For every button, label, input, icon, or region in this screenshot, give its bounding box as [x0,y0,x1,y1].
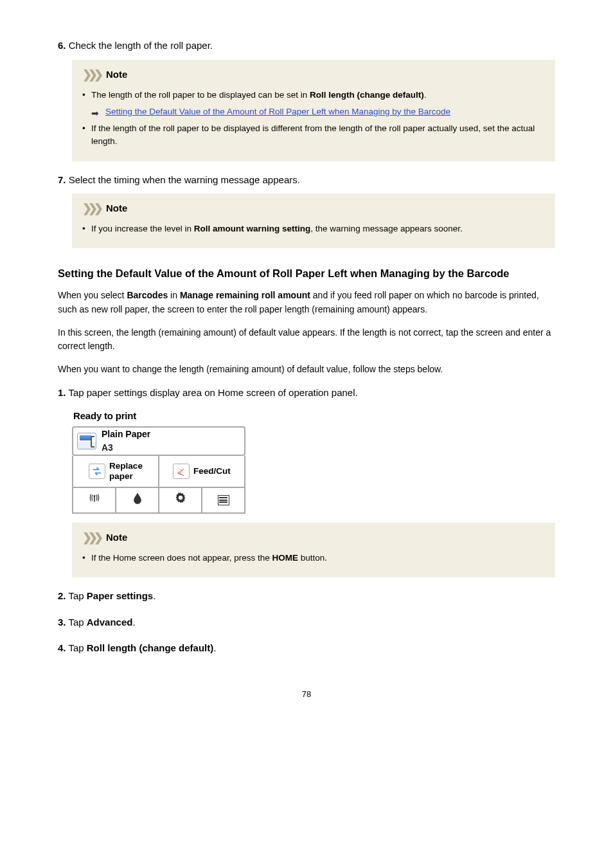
note-text-fragment: If the Home screen does not appear, pres… [91,553,272,563]
text-fragment: Tap [68,617,86,628]
step-6-text: Check the length of the roll paper. [69,40,213,51]
svg-point-0 [178,472,180,474]
replace-icon [89,464,105,479]
text-fragment: . [213,642,216,653]
note-bold-fragment: Roll length (change default) [310,90,424,100]
replace-label: Replacepaper [109,461,143,481]
barcode-default-link[interactable]: Setting the Default Value of the Amount … [105,107,450,116]
text-fragment: Tap [68,590,86,601]
substep-1-text: Tap paper settings display area on Home … [68,387,357,398]
ink-drop-icon [131,491,144,509]
substep-1-number: 1. [58,387,66,398]
substep-4-number: 4. [58,642,66,653]
note-text-fragment: . [424,90,427,100]
substep-1: 1. Tap paper settings display area on Ho… [58,386,555,577]
step-7-head: 7. Select the timing when the warning me… [58,173,555,188]
step-7-text: Select the timing when the warning messa… [69,174,300,185]
replace-paper-button[interactable]: Replacepaper [72,456,158,488]
paragraph-1: When you select Barcodes in Manage remai… [58,289,555,316]
page-number: 78 [58,688,555,701]
ink-button[interactable] [116,488,159,514]
text-fragment: Tap [68,642,86,653]
feed-cut-icon [173,464,190,479]
step-7-note-item-1: If you increase the level in Roll amount… [82,222,545,235]
bold-fragment: Manage remaining roll amount [180,290,310,300]
wifi-button[interactable] [72,488,116,514]
arrow-right-icon: ➡ [91,107,99,120]
note-chevron-icon: ❯❯❯ [82,200,100,217]
note-text-fragment: button. [298,553,327,563]
text-fragment: . [153,590,155,601]
substep-3-number: 3. [58,617,66,628]
paper-size: A3 [102,441,150,455]
substep-2-head: 2. Tap Paper settings. [58,589,555,604]
text-fragment: in [168,290,180,300]
operation-panel-screenshot: Ready to print Plain Paper A3 Replacepap… [72,406,245,514]
step-6-head: 6. Check the length of the roll paper. [58,39,555,53]
paper-info: Plain Paper A3 [102,428,150,455]
step-7-number: 7. [58,174,66,185]
note-text-fragment: The length of the roll paper to be displ… [91,90,310,100]
bold-fragment: Advanced [87,617,133,628]
note-title: ❯❯❯ Note [82,200,545,217]
step-6-number: 6. [58,40,66,51]
text-fragment: . [132,617,135,628]
substep-1-note: ❯❯❯ Note If the Home screen does not app… [72,523,555,577]
section-heading: Setting the Default Value of the Amount … [58,266,555,281]
paper-settings-area[interactable]: Plain Paper A3 [72,426,245,456]
jobs-button[interactable] [202,488,245,514]
substep-4-head: 4. Tap Roll length (change default). [58,641,555,656]
wifi-icon [88,491,101,509]
step-6-sublink-item: ➡ Setting the Default Value of the Amoun… [91,105,545,118]
note-bold-fragment: HOME [272,553,298,563]
feed-cut-button[interactable]: Feed/Cut [158,456,245,488]
substep-1-head: 1. Tap paper settings display area on Ho… [58,386,555,401]
step-6-note-item-1: The length of the roll paper to be displ… [82,89,545,119]
feed-cut-label: Feed/Cut [193,466,231,476]
substep-2-number: 2. [58,590,66,601]
note-text-fragment: If you increase the level in [91,224,194,233]
note-title: ❯❯❯ Note [82,529,545,547]
gear-icon [174,491,187,509]
substep-3: 3. Tap Advanced. [58,615,555,630]
substep-3-head: 3. Tap Advanced. [58,615,555,630]
paragraph-3: When you want to change the length (rema… [58,363,555,377]
bold-fragment: Barcodes [127,290,168,300]
substep-1-note-item: If the Home screen does not appear, pres… [82,552,545,565]
list-icon [218,495,229,505]
substep-4: 4. Tap Roll length (change default). [58,641,555,656]
paper-type: Plain Paper [102,428,150,441]
svg-point-2 [179,496,182,499]
note-label: Note [106,68,127,82]
roll-paper-icon [77,433,96,449]
note-chevron-icon: ❯❯❯ [82,66,100,84]
settings-button[interactable] [159,488,202,514]
step-6-note-item-2: If the length of the roll paper to be di… [82,122,545,149]
step-7: 7. Select the timing when the warning me… [58,173,555,249]
step-6: 6. Check the length of the roll paper. ❯… [58,39,555,161]
note-title: ❯❯❯ Note [82,66,545,84]
note-label: Note [106,201,127,216]
paragraph-2: In this screen, the length (remaining am… [58,326,555,354]
step-7-note: ❯❯❯ Note If you increase the level in Ro… [72,194,555,248]
step-6-note: ❯❯❯ Note The length of the roll paper to… [72,60,555,161]
bold-fragment: Paper settings [87,590,153,601]
text-fragment: When you select [58,290,127,300]
note-text-fragment: , the warning message appears sooner. [310,224,462,233]
note-label: Note [106,530,127,545]
note-bold-fragment: Roll amount warning setting [194,224,311,233]
status-ready: Ready to print [72,406,245,426]
substep-2: 2. Tap Paper settings. [58,589,555,604]
note-chevron-icon: ❯❯❯ [82,529,100,547]
bold-fragment: Roll length (change default) [87,642,214,653]
